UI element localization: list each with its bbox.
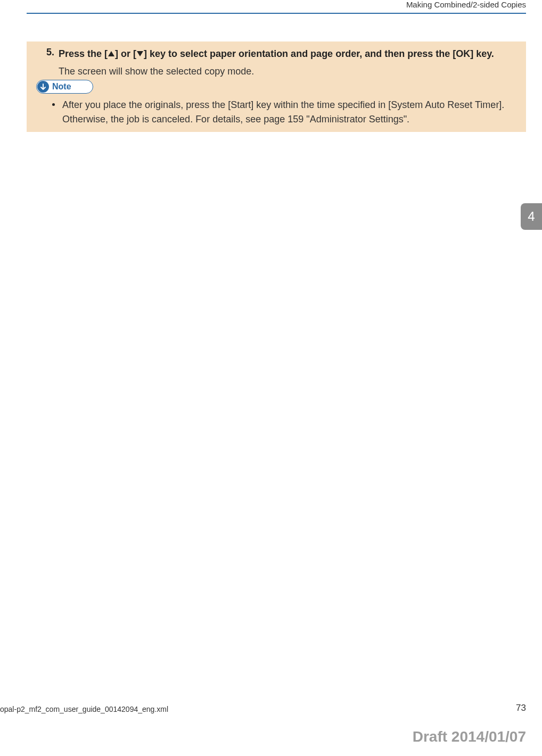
up-arrow-icon [108,51,114,56]
header-rule [27,13,526,14]
chapter-tab: 4 [521,203,542,230]
note-down-arrow-icon [37,81,49,93]
note-badge-wrap: Note [36,80,516,94]
step-text-part2: ] or [ [115,48,136,59]
page: Making Combined/2-sided Copies 5. Press … [0,0,542,756]
note-body: After you place the originals, press the… [62,98,516,127]
down-arrow-icon [137,51,143,56]
step-row: 5. Press the [] or [] key to select pape… [36,47,516,61]
content-area: 5. Press the [] or [] key to select pape… [27,41,526,132]
note-badge: Note [36,80,93,94]
step-text-part1: Press the [ [59,48,108,59]
highlight-box: 5. Press the [] or [] key to select pape… [27,41,526,132]
note-bullet-row: After you place the originals, press the… [36,98,516,127]
step-text: Press the [] or [] key to select paper o… [59,47,516,61]
running-header: Making Combined/2-sided Copies [406,0,526,9]
step-subtext: The screen will show the selected copy m… [59,64,516,79]
page-number: 73 [516,703,526,713]
draft-watermark: Draft 2014/01/07 [413,728,526,745]
step-text-part3: ] key to select paper orientation and pa… [144,48,494,59]
footer-filename: opal-p2_mf2_com_user_guide_00142094_eng.… [0,705,168,713]
bullet-icon [52,103,55,106]
step-number: 5. [36,47,59,58]
note-label: Note [52,82,71,92]
